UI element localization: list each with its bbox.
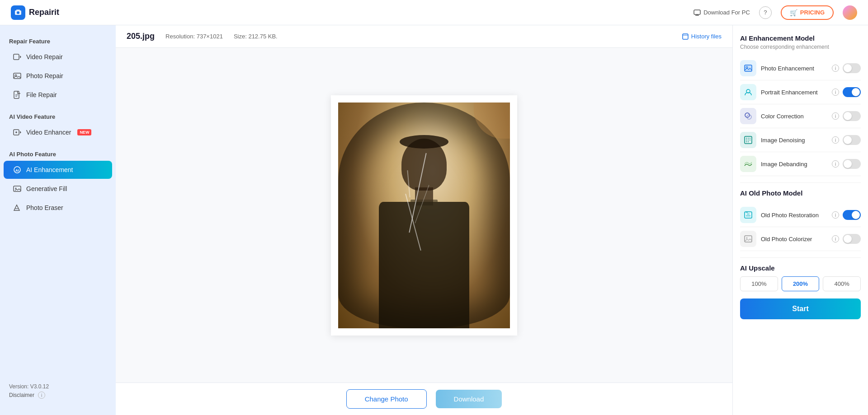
photo-frame xyxy=(331,95,517,336)
svg-rect-8 xyxy=(14,73,21,79)
sidebar-item-label-file-repair: File Repair xyxy=(26,91,57,98)
old-photo-colorizer-toggle[interactable] xyxy=(843,234,861,244)
image-debanding-toggle[interactable] xyxy=(843,159,861,169)
generative-fill-icon xyxy=(13,184,22,193)
sidebar-item-file-repair[interactable]: File Repair xyxy=(4,86,112,104)
sidebar-item-ai-enhancement[interactable]: AI AI Enhancement xyxy=(4,161,112,179)
panel-item-image-debanding: Image Debanding i xyxy=(740,152,861,176)
image-area xyxy=(116,48,732,382)
download-button[interactable]: Download xyxy=(436,390,502,408)
ai-enhancement-subtitle: Choose corresponding enhancement xyxy=(740,44,861,50)
svg-rect-43 xyxy=(745,236,752,242)
sidebar-item-label-video-repair: Video Repair xyxy=(26,53,63,61)
color-correction-toggle-track[interactable] xyxy=(843,111,861,121)
svg-marker-7 xyxy=(20,56,21,58)
svg-point-20 xyxy=(15,188,17,189)
right-panel: AI Enhancement Model Choose correspondin… xyxy=(732,25,868,415)
panel-item-photo-enhancement: Photo Enhancement i xyxy=(740,56,861,80)
version-label: Version: V3.0.12 xyxy=(9,383,107,390)
photo-repair-icon xyxy=(13,71,22,80)
upscale-200-button[interactable]: 200% xyxy=(782,276,820,291)
disclaimer-label[interactable]: Disclaimer xyxy=(9,392,34,398)
photo-eraser-icon xyxy=(13,203,22,212)
portrait-enhancement-label: Portrait Enhancement xyxy=(761,89,830,96)
panel-divider-1 xyxy=(740,182,861,183)
sidebar-section-repair: Repair Feature xyxy=(0,34,116,47)
download-for-pc-button[interactable]: Download For PC xyxy=(693,9,750,16)
portrait-enhancement-toggle[interactable] xyxy=(843,87,861,97)
sidebar-item-label-video-enhancer: Video Enhancer xyxy=(26,129,71,136)
old-photo-colorizer-icon xyxy=(740,231,756,247)
download-pc-label: Download For PC xyxy=(703,9,750,16)
panel-item-old-photo-restoration: Old Photo Restoration i xyxy=(740,203,861,227)
panel-item-image-denoising: Image Denoising i xyxy=(740,128,861,152)
sidebar-item-label-photo-eraser: Photo Eraser xyxy=(26,204,63,211)
topbar-actions: Download For PC ? 🛒 PRICING xyxy=(693,5,857,20)
svg-rect-23 xyxy=(683,34,688,39)
file-name: 205.jpg xyxy=(127,32,155,41)
image-denoising-toggle[interactable] xyxy=(843,135,861,145)
image-denoising-info[interactable]: i xyxy=(832,136,839,144)
old-photo-colorizer-toggle-track[interactable] xyxy=(843,234,861,244)
svg-rect-40 xyxy=(745,212,752,218)
file-header: 205.jpg Resolution: 737×1021 Size: 212.7… xyxy=(116,25,732,48)
svg-rect-3 xyxy=(694,10,700,14)
pricing-button[interactable]: 🛒 PRICING xyxy=(781,5,834,20)
app-name: Repairit xyxy=(29,8,59,17)
help-button[interactable]: ? xyxy=(759,6,772,19)
svg-point-44 xyxy=(746,238,748,239)
photo-enhancement-toggle-track[interactable] xyxy=(843,63,861,73)
photo-enhancement-toggle[interactable] xyxy=(843,63,861,73)
svg-rect-19 xyxy=(14,186,21,191)
history-files-label: History files xyxy=(691,33,722,40)
sidebar-item-video-repair[interactable]: Video Repair xyxy=(4,48,112,66)
sidebar-item-generative-fill[interactable]: Generative Fill xyxy=(4,180,112,198)
old-photo-colorizer-label: Old Photo Colorizer xyxy=(761,236,830,242)
color-correction-toggle[interactable] xyxy=(843,111,861,121)
sidebar-item-photo-eraser[interactable]: Photo Eraser xyxy=(4,199,112,217)
history-files-button[interactable]: History files xyxy=(682,33,722,40)
image-debanding-info[interactable]: i xyxy=(832,160,839,168)
sidebar-item-video-enhancer[interactable]: Video Enhancer NEW xyxy=(4,123,112,141)
upscale-100-button[interactable]: 100% xyxy=(740,276,778,291)
old-photo-restoration-info[interactable]: i xyxy=(832,211,839,219)
help-icon: ? xyxy=(764,9,767,16)
svg-point-2 xyxy=(17,11,19,14)
ai-old-photo-title: AI Old Photo Model xyxy=(740,189,861,197)
svg-marker-14 xyxy=(20,131,21,134)
sidebar-item-label-photo-repair: Photo Repair xyxy=(26,72,63,79)
change-photo-button[interactable]: Change Photo xyxy=(346,389,427,409)
start-button[interactable]: Start xyxy=(740,298,861,319)
image-debanding-toggle-track[interactable] xyxy=(843,159,861,169)
user-avatar[interactable] xyxy=(843,5,857,20)
app-logo: Repairit xyxy=(11,5,59,20)
pricing-label: PRICING xyxy=(800,9,825,16)
main-layout: Repair Feature Video Repair Photo Repair… xyxy=(0,25,868,415)
svg-marker-21 xyxy=(14,205,19,210)
upscale-options: 100% 200% 400% xyxy=(740,276,861,291)
portrait-enhancement-toggle-track[interactable] xyxy=(843,87,861,97)
action-bar: Change Photo Download xyxy=(116,382,732,415)
svg-text:AI: AI xyxy=(15,168,19,173)
photo-enhancement-icon xyxy=(740,60,756,76)
old-photo-restoration-toggle[interactable] xyxy=(843,210,861,220)
portrait-enhancement-icon xyxy=(740,84,756,100)
cart-icon: 🛒 xyxy=(790,9,797,16)
photo-enhancement-info[interactable]: i xyxy=(832,65,839,72)
color-correction-icon xyxy=(740,108,756,124)
portrait-enhancement-info[interactable]: i xyxy=(832,89,839,96)
disclaimer-info-icon[interactable]: i xyxy=(38,392,45,399)
panel-divider-2 xyxy=(740,257,861,258)
color-correction-info[interactable]: i xyxy=(832,112,839,120)
sidebar-item-photo-repair[interactable]: Photo Repair xyxy=(4,67,112,85)
old-photo-colorizer-info[interactable]: i xyxy=(832,235,839,242)
sidebar-item-label-generative-fill: Generative Fill xyxy=(26,185,67,192)
image-denoising-toggle-track[interactable] xyxy=(843,135,861,145)
upscale-400-button[interactable]: 400% xyxy=(823,276,861,291)
old-photo-restoration-toggle-track[interactable] xyxy=(843,210,861,220)
video-repair-icon xyxy=(13,52,22,61)
topbar: Repairit Download For PC ? 🛒 PRICING xyxy=(0,0,868,25)
ai-enhancement-icon: AI xyxy=(13,165,22,174)
sidebar-footer: Version: V3.0.12 Disclaimer i xyxy=(0,376,116,406)
file-resolution: Resolution: 737×1021 xyxy=(165,33,223,40)
